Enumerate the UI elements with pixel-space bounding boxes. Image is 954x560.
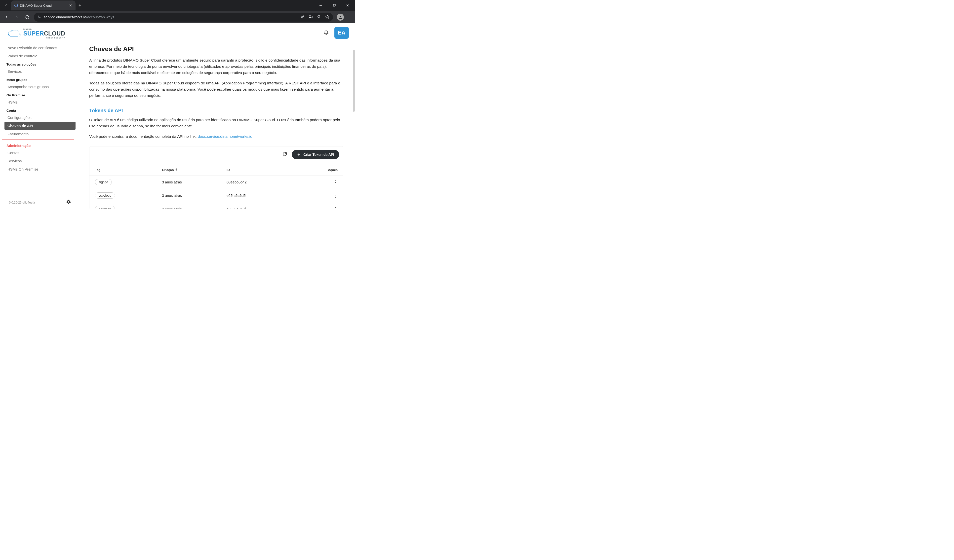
reload-button[interactable] <box>23 13 31 21</box>
new-tab-button[interactable]: + <box>76 3 84 8</box>
row-actions-icon[interactable]: ⋮ <box>333 180 338 184</box>
docs-link[interactable]: docs.service.dinamonetworks.io <box>198 134 253 138</box>
svg-point-14 <box>318 16 320 18</box>
svg-point-17 <box>340 16 341 17</box>
col-header-created[interactable]: Criação <box>162 168 226 172</box>
row-actions-icon[interactable]: ⋮ <box>333 193 338 198</box>
svg-point-5 <box>38 16 39 16</box>
window-minimize-icon[interactable] <box>315 2 326 9</box>
bell-icon[interactable] <box>323 30 329 36</box>
window-close-icon[interactable]: ✕ <box>342 2 353 9</box>
cell-created: 3 anos atrás <box>162 180 226 184</box>
forward-button[interactable] <box>13 13 21 21</box>
logo-brand-sub: CYBER SECURITY <box>47 37 65 39</box>
zoom-icon[interactable] <box>317 15 321 20</box>
create-token-button[interactable]: ＋ Criar Token de API <box>292 150 339 159</box>
table-row: postman 3 anos atrás e2737a313f ⋮ <box>89 202 343 208</box>
sidebar-item-painel[interactable]: Painel de controle <box>0 52 77 60</box>
content-area: EA Chaves de API A linha de produtos DIN… <box>77 23 355 208</box>
loading-spinner-icon <box>14 4 18 7</box>
cell-id: 08eebb5b42 <box>226 180 323 184</box>
sidebar-section-solucoes: Todas as soluções <box>0 60 77 67</box>
plus-icon: ＋ <box>297 152 301 157</box>
site-settings-icon[interactable] <box>37 15 41 20</box>
svg-marker-16 <box>326 15 329 18</box>
create-token-label: Criar Token de API <box>303 152 334 157</box>
logo: DINAMO SUPERCLOUD CYBER SECURITY <box>0 23 77 40</box>
tab-search-dropdown[interactable] <box>2 2 9 9</box>
col-header-id[interactable]: ID <box>226 168 323 172</box>
back-button[interactable] <box>3 13 11 21</box>
cell-created: 3 anos atrás <box>162 194 226 198</box>
table-row: cspcloud 3 anos atrás e25fa6a6d5 ⋮ <box>89 189 343 202</box>
browser-menu-icon[interactable]: ⋮ <box>347 14 353 20</box>
tag-pill: postman <box>95 206 115 208</box>
sidebar-section-onpremise: On Premise <box>0 91 77 98</box>
logo-brand-small: DINAMO <box>23 28 65 30</box>
cell-id: e25fa6a6d5 <box>226 194 323 198</box>
sidebar-item-configuracoes[interactable]: Configurações <box>0 114 77 121</box>
tokens-table: Tag Criação ID Ações signgo <box>89 163 343 208</box>
gear-icon[interactable] <box>66 199 71 205</box>
tag-pill: signgo <box>95 179 112 185</box>
sidebar-section-conta: Conta <box>0 106 77 114</box>
titlebar: DINAMO Super Cloud ✕ + ✕ <box>0 0 355 11</box>
bookmark-star-icon[interactable] <box>325 15 329 20</box>
refresh-icon[interactable] <box>282 152 287 158</box>
tab-title: DINAMO Super Cloud <box>20 4 51 8</box>
sidebar-section-admin: Administração <box>0 140 77 149</box>
cell-id: e2737a313f <box>226 207 323 208</box>
version-text: 0.0.20-26-g8d4eefa <box>9 201 35 204</box>
sidebar-item-admin-hsms[interactable]: HSMs On Premise <box>0 165 77 173</box>
sidebar-item-servicos[interactable]: Serviços <box>0 67 77 75</box>
scrollbar[interactable] <box>353 50 355 112</box>
profile-avatar-icon[interactable] <box>337 14 344 20</box>
sidebar-section-grupos: Meus grupos <box>0 75 77 82</box>
tokens-para-1: O Token de API é um código utilizado na … <box>89 117 343 129</box>
browser-toolbar: service.dinamonetworks.io/account/api-ke… <box>0 11 355 23</box>
translate-icon[interactable] <box>309 15 313 20</box>
sidebar-item-faturamento[interactable]: Faturamento <box>0 130 77 138</box>
tag-pill: cspcloud <box>95 192 115 199</box>
page-title: Chaves de API <box>89 45 343 53</box>
sidebar-item-chaves-api[interactable]: Chaves de API <box>5 121 76 130</box>
col-header-actions: Ações <box>323 168 338 172</box>
logo-brand-big: SUPERCLOUD <box>23 31 65 36</box>
sidebar-item-admin-servicos[interactable]: Serviços <box>0 157 77 165</box>
tokens-card: ＋ Criar Token de API Tag Criação <box>89 146 343 208</box>
sort-asc-icon <box>175 168 178 172</box>
row-actions-icon[interactable]: ⋮ <box>333 207 338 208</box>
browser-tab[interactable]: DINAMO Super Cloud ✕ <box>11 0 76 11</box>
url-bar[interactable]: service.dinamonetworks.io/account/api-ke… <box>34 12 333 22</box>
sidebar-item-hsms[interactable]: HSMs <box>0 98 77 106</box>
intro-para-1: A linha de produtos DINAMO Super Cloud o… <box>89 58 343 76</box>
svg-point-8 <box>39 17 40 18</box>
user-avatar[interactable]: EA <box>334 27 349 39</box>
tab-close-icon[interactable]: ✕ <box>69 3 72 8</box>
sidebar-item-relatorio[interactable]: Novo Relatório de certificados <box>0 44 77 52</box>
sidebar-item-admin-contas[interactable]: Contas <box>0 149 77 157</box>
page: DINAMO SUPERCLOUD CYBER SECURITY Novo Re… <box>0 23 355 208</box>
svg-line-15 <box>320 17 321 19</box>
intro-para-2: Todas as soluções oferecidas na DINAMO S… <box>89 80 343 98</box>
tokens-para-2: Você pode encontrar a documentação compl… <box>89 134 343 140</box>
col-header-tag[interactable]: Tag <box>95 168 162 172</box>
password-key-icon[interactable] <box>301 15 305 20</box>
cell-created: 3 anos atrás <box>162 207 226 208</box>
window-maximize-icon[interactable] <box>329 2 340 9</box>
tokens-section-title: Tokens de API <box>89 108 343 114</box>
sidebar: DINAMO SUPERCLOUD CYBER SECURITY Novo Re… <box>0 23 77 208</box>
url-text: service.dinamonetworks.io/account/api-ke… <box>44 15 298 19</box>
sidebar-item-acompanhe-grupos[interactable]: Acompanhe seus grupos <box>0 82 77 91</box>
svg-point-11 <box>301 17 303 18</box>
table-row: signgo 3 anos atrás 08eebb5b42 ⋮ <box>89 176 343 189</box>
